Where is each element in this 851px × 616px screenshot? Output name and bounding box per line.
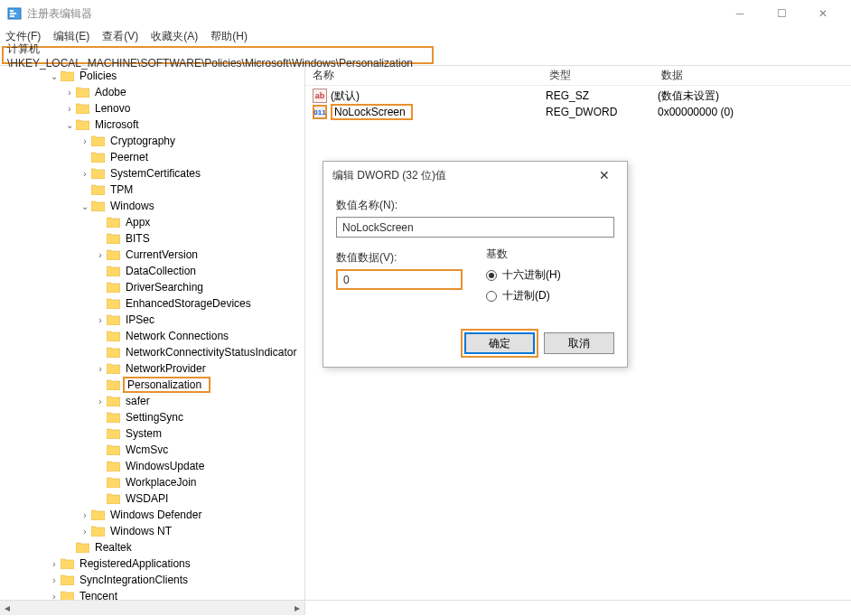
tree-item-label: Adobe <box>92 86 129 98</box>
scroll-left-arrow-icon[interactable]: ◂ <box>0 602 14 614</box>
value-type: REG_DWORD <box>546 106 658 118</box>
tree-item[interactable]: WSDAPI <box>2 490 304 507</box>
col-header-name[interactable]: 名称 <box>313 68 549 83</box>
tree-item[interactable]: SettingSync <box>2 409 304 425</box>
ok-button[interactable]: 确定 <box>464 332 535 354</box>
chevron-down-icon[interactable]: ⌄ <box>79 201 91 211</box>
folder-icon <box>107 396 120 406</box>
window-title: 注册表编辑器 <box>27 6 719 22</box>
tree-item-label: Realtek <box>92 541 135 554</box>
tree-item[interactable]: ›Lenovo <box>2 100 304 117</box>
tree-item[interactable]: ›safer <box>2 393 304 409</box>
tree-item[interactable]: ›Tencent <box>2 588 304 600</box>
cancel-button[interactable]: 取消 <box>544 332 614 354</box>
chevron-right-icon[interactable]: › <box>94 397 107 406</box>
chevron-right-icon[interactable]: › <box>79 510 91 520</box>
tree-item[interactable]: DriverSearching <box>2 279 304 295</box>
chevron-right-icon[interactable]: › <box>94 250 107 260</box>
folder-icon <box>76 542 89 553</box>
folder-icon <box>91 526 105 537</box>
chevron-right-icon[interactable]: › <box>79 169 91 179</box>
address-path: 计算机\HKEY_LOCAL_MACHINE\SOFTWARE\Policies… <box>7 42 428 70</box>
tree-item[interactable]: WcmSvc <box>2 442 304 458</box>
chevron-down-icon[interactable]: ⌄ <box>63 120 76 130</box>
dialog-titlebar[interactable]: 编辑 DWORD (32 位)值 ✕ <box>323 162 627 189</box>
tree-item[interactable]: EnhancedStorageDevices <box>2 295 304 312</box>
tree-item[interactable]: System <box>2 425 304 442</box>
tree-item-label: Personalization <box>123 377 210 393</box>
chevron-right-icon[interactable]: › <box>48 575 61 585</box>
tree-item[interactable]: ⌄Windows <box>2 198 304 214</box>
tree-item[interactable]: Peernet <box>2 149 304 165</box>
window-close-button[interactable]: ✕ <box>802 0 844 27</box>
tree-item[interactable]: ⌄Policies <box>2 68 304 84</box>
tree-item-label: DataCollection <box>123 265 199 277</box>
folder-icon <box>107 331 120 341</box>
tree-item[interactable]: ›NetworkProvider <box>2 360 304 377</box>
chevron-right-icon[interactable]: › <box>79 527 91 537</box>
scroll-track[interactable] <box>14 601 290 615</box>
tree-item-label: Microsoft <box>92 118 142 131</box>
tree-item[interactable]: ⌄Microsoft <box>2 117 304 133</box>
chevron-right-icon[interactable]: › <box>48 592 61 601</box>
window-maximize-button[interactable]: ☐ <box>761 0 802 27</box>
chevron-right-icon[interactable]: › <box>79 136 91 146</box>
chevron-right-icon[interactable]: › <box>63 104 76 114</box>
tree-item-label: Windows Defender <box>108 509 204 521</box>
chevron-down-icon[interactable]: ⌄ <box>48 71 61 81</box>
col-header-data[interactable]: 数据 <box>661 68 851 83</box>
tree-item[interactable]: Realtek <box>2 539 304 555</box>
tree-item[interactable]: ›Windows Defender <box>2 507 304 523</box>
tree-item[interactable]: ›RegisteredApplications <box>2 555 304 572</box>
window-titlebar: 注册表编辑器 ─ ☐ ✕ <box>0 0 851 27</box>
col-header-type[interactable]: 类型 <box>549 68 661 83</box>
tree-item-label: System <box>123 427 164 440</box>
chevron-right-icon[interactable]: › <box>63 88 76 98</box>
tree-item-label: EnhancedStorageDevices <box>123 297 254 310</box>
value-list: ab(默认)REG_SZ(数值未设置)011NoLockScreenREG_DW… <box>305 86 851 122</box>
folder-icon <box>76 87 89 98</box>
value-row[interactable]: ab(默认)REG_SZ(数值未设置) <box>305 88 851 104</box>
radio-dec[interactable]: 十进制(D) <box>486 288 614 303</box>
tree-item[interactable]: Personalization <box>2 377 304 393</box>
value-name-label: 数值名称(N): <box>336 198 614 213</box>
value-data-input[interactable] <box>336 269 463 290</box>
tree-item-label: Peernet <box>108 151 151 163</box>
tree-item[interactable]: NetworkConnectivityStatusIndicator <box>2 344 304 360</box>
tree-item[interactable]: ›SyncIntegrationClients <box>2 572 304 588</box>
tree-item[interactable]: ›Windows NT <box>2 523 304 539</box>
folder-icon <box>91 509 105 520</box>
tree-pane[interactable]: ⌄Policies›Adobe›Lenovo⌄Microsoft›Cryptog… <box>0 66 305 600</box>
tree-horizontal-scrollbar[interactable]: ◂ ▸ <box>0 601 305 615</box>
folder-icon <box>107 444 120 455</box>
tree-item[interactable]: BITS <box>2 230 304 247</box>
tree-item[interactable]: TPM <box>2 182 304 198</box>
scroll-right-arrow-icon[interactable]: ▸ <box>290 602 304 614</box>
folder-icon <box>107 314 120 325</box>
tree-item[interactable]: DataCollection <box>2 263 304 279</box>
chevron-right-icon[interactable]: › <box>94 364 107 374</box>
address-bar[interactable]: 计算机\HKEY_LOCAL_MACHINE\SOFTWARE\Policies… <box>2 46 434 64</box>
value-name: (默认) <box>331 89 360 104</box>
dialog-close-button[interactable]: ✕ <box>591 168 618 182</box>
folder-icon <box>76 119 89 130</box>
tree-item[interactable]: ›IPSec <box>2 312 304 328</box>
tree-item[interactable]: ›SystemCertificates <box>2 165 304 182</box>
tree-item[interactable]: Appx <box>2 214 304 230</box>
tree-item[interactable]: Network Connections <box>2 328 304 344</box>
window-minimize-button[interactable]: ─ <box>719 0 761 27</box>
value-row[interactable]: 011NoLockScreenREG_DWORD0x00000000 (0) <box>305 104 851 120</box>
folder-icon <box>61 591 74 600</box>
tree-item[interactable]: ›Adobe <box>2 84 304 100</box>
radio-hex[interactable]: 十六进制(H) <box>486 267 614 283</box>
tree-item[interactable]: ›Cryptography <box>2 133 304 149</box>
value-name-input[interactable] <box>336 217 614 238</box>
chevron-right-icon[interactable]: › <box>48 559 61 569</box>
folder-icon <box>107 217 120 228</box>
tree-item-label: SettingSync <box>123 411 186 424</box>
tree-item[interactable]: ›CurrentVersion <box>2 247 304 263</box>
chevron-right-icon[interactable]: › <box>94 315 107 325</box>
tree-item[interactable]: WindowsUpdate <box>2 458 304 474</box>
tree-item[interactable]: WorkplaceJoin <box>2 474 304 490</box>
folder-icon <box>107 493 120 504</box>
